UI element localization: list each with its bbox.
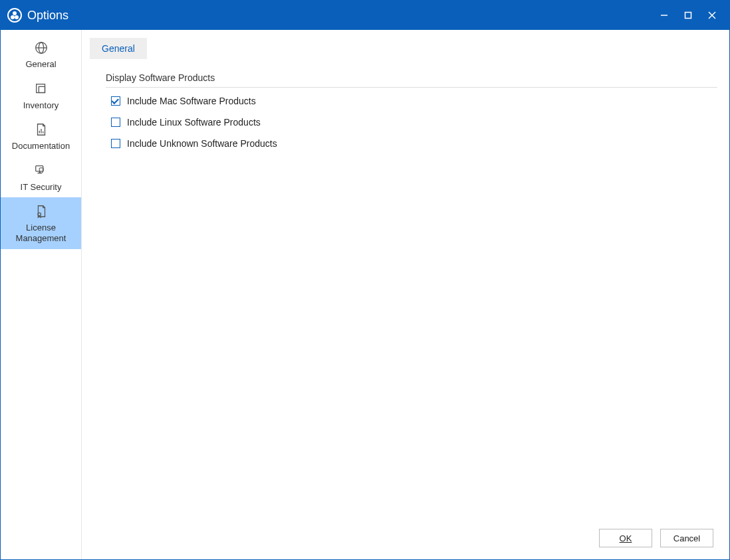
content-pane: General Display Software Products Includ… <box>82 30 729 559</box>
option-include-mac[interactable]: Include Mac Software Products <box>111 96 717 106</box>
sidebar-item-inventory[interactable]: Inventory <box>1 75 81 116</box>
section-display-software-products: Display Software Products Include Mac So… <box>106 72 717 159</box>
ok-button[interactable]: OK <box>599 529 652 547</box>
license-document-icon <box>34 204 49 219</box>
sidebar-item-license-management[interactable]: License Management <box>1 197 81 248</box>
sidebar: General Inventory Documentation <box>1 30 82 559</box>
sidebar-item-general[interactable]: General <box>1 34 81 75</box>
svg-rect-8 <box>39 86 45 92</box>
maximize-icon <box>683 11 693 20</box>
tab-general[interactable]: General <box>90 38 147 59</box>
svg-rect-1 <box>685 13 691 19</box>
sidebar-item-documentation[interactable]: Documentation <box>1 116 81 157</box>
option-include-linux[interactable]: Include Linux Software Products <box>111 117 717 128</box>
cancel-button[interactable]: Cancel <box>660 529 713 547</box>
titlebar: Options <box>1 1 729 30</box>
minimize-icon <box>660 11 669 20</box>
option-label: Include Mac Software Products <box>127 96 256 106</box>
dialog-footer: OK Cancel <box>90 529 717 551</box>
security-shield-icon <box>34 163 49 178</box>
sidebar-item-it-security[interactable]: IT Security <box>1 157 81 198</box>
app-logo-icon <box>7 8 22 23</box>
globe-icon <box>34 41 49 55</box>
sidebar-item-label: IT Security <box>21 182 62 193</box>
options-window: Options General Inventory <box>0 0 730 560</box>
option-include-unknown[interactable]: Include Unknown Software Products <box>111 138 717 149</box>
document-chart-icon <box>34 122 49 137</box>
inventory-icon <box>34 82 49 96</box>
sidebar-item-label: General <box>25 59 56 70</box>
close-icon <box>707 11 717 20</box>
svg-rect-7 <box>36 84 45 92</box>
minimize-button[interactable] <box>652 1 676 30</box>
window-title: Options <box>27 9 68 23</box>
cancel-button-label: Cancel <box>673 533 700 543</box>
close-button[interactable] <box>700 1 724 30</box>
maximize-button[interactable] <box>676 1 700 30</box>
section-title: Display Software Products <box>106 72 717 88</box>
ok-button-label: OK <box>620 533 632 543</box>
sidebar-item-label: Inventory <box>23 100 59 111</box>
sidebar-item-label: Documentation <box>12 141 70 151</box>
checkbox-icon <box>111 96 120 106</box>
option-label: Include Unknown Software Products <box>127 138 277 149</box>
option-label: Include Linux Software Products <box>127 117 261 128</box>
checkbox-icon <box>111 118 120 127</box>
checkbox-icon <box>111 139 120 148</box>
tab-bar: General <box>90 38 717 59</box>
sidebar-item-label: License Management <box>3 223 78 243</box>
